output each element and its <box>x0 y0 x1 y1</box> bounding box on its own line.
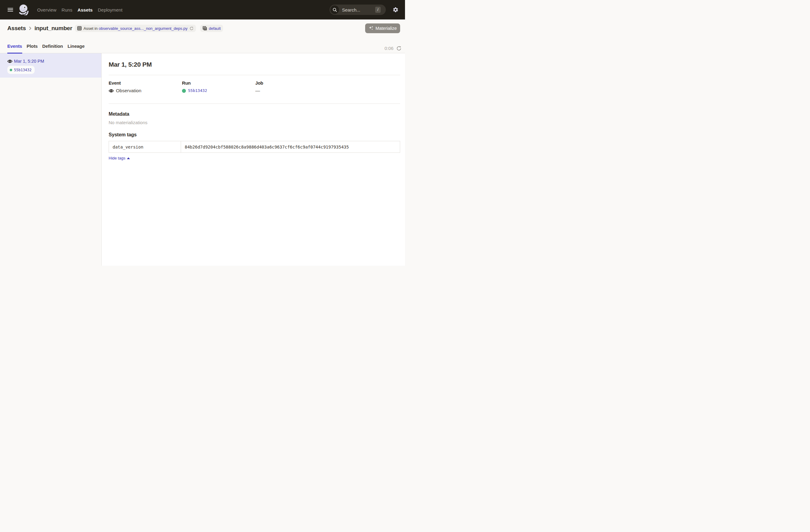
chevron-right-icon <box>28 26 32 30</box>
system-tags-heading: System tags <box>109 131 400 139</box>
run-column: Run 55b13432 <box>182 79 255 94</box>
table-row: data_version 84b26d7d9204cbf588026c8a988… <box>109 141 400 153</box>
event-detail-title: Mar 1, 5:20 PM <box>109 60 400 69</box>
eye-icon <box>7 59 13 63</box>
tab-events[interactable]: Events <box>7 43 22 53</box>
nav-links: Overview Runs Assets Deployment <box>37 7 123 13</box>
tag-value-cell: 84b26d7d9204cbf588026c8a9886d403a6c9637c… <box>181 141 400 153</box>
asset-file-link[interactable]: observable_source_ass..._non_argument_de… <box>99 26 188 31</box>
event-timestamp-link[interactable]: Mar 1, 5:20 PM <box>14 59 44 64</box>
menu-icon[interactable] <box>7 8 13 12</box>
asset-group-chip[interactable]: default <box>200 25 223 32</box>
breadcrumb-asset-name: input_number <box>34 25 72 32</box>
metadata-empty-message: No materializations <box>109 119 400 126</box>
job-column: Job — <box>255 79 400 94</box>
tab-lineage[interactable]: Lineage <box>67 43 85 53</box>
job-empty-value: — <box>255 87 260 94</box>
run-status-dot <box>182 89 186 93</box>
page-header: Assets input_number Asset in observable_… <box>0 19 405 53</box>
group-link[interactable]: default <box>209 26 221 31</box>
caret-up-icon <box>127 157 130 159</box>
layered-table-icon <box>202 26 207 30</box>
divider <box>109 75 400 75</box>
event-meta-grid: Event Observation Run 55b13432 Job <box>109 79 400 94</box>
asset-chip-prefix: Asset in <box>83 26 97 31</box>
divider <box>109 103 400 104</box>
nav-item-deployment[interactable]: Deployment <box>98 7 123 13</box>
run-id-link[interactable]: 55b13432 <box>14 68 32 72</box>
materialize-label: Materialize <box>375 26 397 31</box>
gear-icon[interactable] <box>392 7 399 13</box>
event-detail-panel: Mar 1, 5:20 PM Event Observation Run 55b… <box>102 53 405 266</box>
nav-item-assets[interactable]: Assets <box>78 7 93 13</box>
content: Mar 1, 5:20 PM 55b13432 Mar 1, 5:20 PM E… <box>0 53 405 266</box>
event-list: Mar 1, 5:20 PM 55b13432 <box>0 53 102 266</box>
run-id-link[interactable]: 55b13432 <box>188 87 207 94</box>
search-icon <box>330 5 339 14</box>
event-type-value: Observation <box>116 87 142 94</box>
dagster-logo-icon[interactable] <box>18 4 29 15</box>
hide-tags-label: Hide tags <box>109 156 125 160</box>
run-status-dot <box>10 69 12 71</box>
materialize-button[interactable]: Materialize <box>365 23 400 33</box>
top-navigation: Overview Runs Assets Deployment / <box>0 0 405 19</box>
breadcrumb-assets[interactable]: Assets <box>7 25 26 32</box>
nav-item-overview[interactable]: Overview <box>37 7 56 13</box>
tab-plots[interactable]: Plots <box>27 43 38 53</box>
refresh-icon[interactable] <box>396 46 401 51</box>
tab-definition[interactable]: Definition <box>42 43 63 53</box>
system-tags-table: data_version 84b26d7d9204cbf588026c8a988… <box>109 141 400 153</box>
nav-item-runs[interactable]: Runs <box>62 7 72 13</box>
hide-tags-link[interactable]: Hide tags <box>109 156 130 160</box>
job-column-label: Job <box>255 79 400 87</box>
sparkle-icon <box>369 26 374 31</box>
search-box[interactable]: / <box>329 4 386 15</box>
event-column: Event Observation <box>109 79 182 94</box>
event-column-label: Event <box>109 79 182 87</box>
run-column-label: Run <box>182 79 255 87</box>
run-tag[interactable]: 55b13432 <box>7 66 35 74</box>
search-shortcut-key: / <box>375 7 380 13</box>
refresh-countdown: 0:06 <box>385 46 393 51</box>
event-list-item[interactable]: Mar 1, 5:20 PM 55b13432 <box>0 53 101 78</box>
metadata-heading: Metadata <box>109 111 400 118</box>
tabs: Events Plots Definition Lineage 0:06 <box>7 43 400 53</box>
search-input[interactable] <box>339 7 375 13</box>
breadcrumb: Assets input_number Asset in observable_… <box>7 19 400 33</box>
table-grid-icon <box>77 26 82 30</box>
asset-definition-chip[interactable]: Asset in observable_source_ass..._non_ar… <box>75 25 196 32</box>
auto-refresh: 0:06 <box>385 46 401 53</box>
eye-icon <box>109 89 114 93</box>
tag-key-cell: data_version <box>109 141 181 153</box>
reload-definition-icon[interactable] <box>190 27 194 30</box>
